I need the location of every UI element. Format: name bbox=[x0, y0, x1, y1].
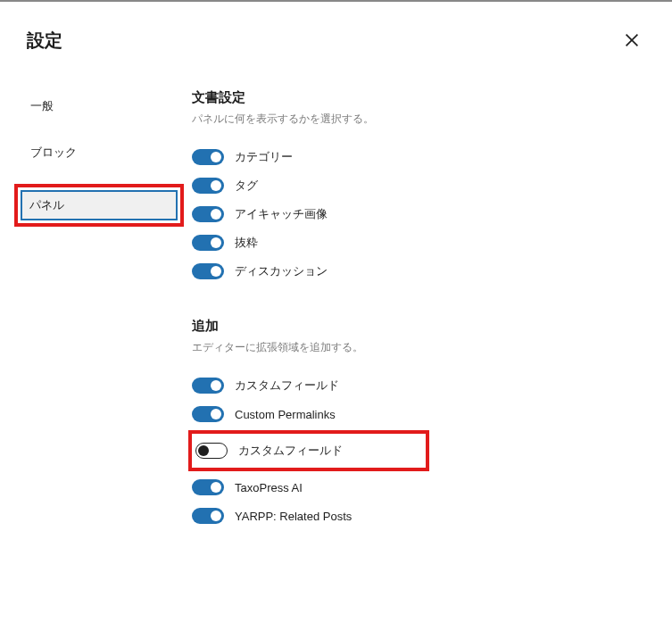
toggle-label: TaxoPress AI bbox=[235, 481, 303, 494]
section-desc: エディターに拡張領域を追加する。 bbox=[192, 340, 645, 355]
toggle-label: カスタムフィールド bbox=[235, 378, 339, 394]
section-document: 文書設定 パネルに何を表示するかを選択する。 カテゴリー タグ アイキャッチ画像… bbox=[192, 89, 645, 286]
sidebar-item-general[interactable]: 一般 bbox=[27, 89, 178, 123]
toggle-label: Custom Permalinks bbox=[235, 408, 336, 421]
section-desc: パネルに何を表示するかを選択する。 bbox=[192, 112, 645, 127]
section-title: 文書設定 bbox=[192, 89, 645, 106]
toggle-row-taxopress: TaxoPress AI bbox=[192, 473, 645, 502]
toggle-tags[interactable] bbox=[192, 178, 224, 194]
toggle-custom-permalinks[interactable] bbox=[192, 406, 224, 422]
toggle-row-custom-fields-2: カスタムフィールド bbox=[188, 430, 429, 471]
toggle-featured-image[interactable] bbox=[192, 206, 224, 222]
toggle-row-custom-permalinks: Custom Permalinks bbox=[192, 400, 645, 428]
close-button[interactable] bbox=[618, 27, 645, 54]
section-additional: 追加 エディターに拡張領域を追加する。 カスタムフィールド Custom Per… bbox=[192, 318, 645, 530]
modal-header: 設定 bbox=[0, 2, 672, 54]
toggle-row-custom-fields-1: カスタムフィールド bbox=[192, 371, 645, 400]
toggle-label: カスタムフィールド bbox=[238, 443, 343, 459]
toggle-custom-fields-2[interactable] bbox=[195, 443, 228, 459]
sidebar-item-block[interactable]: ブロック bbox=[27, 136, 178, 170]
sidebar-item-label: パネル bbox=[21, 190, 178, 220]
toggle-taxopress[interactable] bbox=[192, 479, 224, 495]
toggle-row-tags: タグ bbox=[192, 171, 645, 200]
toggle-row-categories: カテゴリー bbox=[192, 143, 645, 171]
toggle-label: ディスカッション bbox=[235, 263, 328, 279]
toggle-excerpt[interactable] bbox=[192, 235, 224, 251]
sidebar: 一般 ブロック パネル bbox=[27, 89, 178, 562]
close-icon bbox=[622, 30, 642, 50]
toggle-label: タグ bbox=[235, 178, 258, 194]
toggle-discussion[interactable] bbox=[192, 263, 224, 279]
sidebar-item-label: 一般 bbox=[30, 99, 54, 112]
section-title: 追加 bbox=[192, 318, 645, 335]
toggle-categories[interactable] bbox=[192, 149, 224, 165]
toggle-row-discussion: ディスカッション bbox=[192, 257, 645, 286]
modal-content: 一般 ブロック パネル 文書設定 パネルに何を表示するかを選択する。 カテゴリー… bbox=[0, 89, 672, 562]
main-panel: 文書設定 パネルに何を表示するかを選択する。 カテゴリー タグ アイキャッチ画像… bbox=[178, 89, 645, 562]
toggle-row-featured-image: アイキャッチ画像 bbox=[192, 200, 645, 228]
toggle-custom-fields-1[interactable] bbox=[192, 378, 224, 394]
toggle-label: 抜粋 bbox=[235, 235, 258, 251]
sidebar-item-panel[interactable]: パネル bbox=[14, 184, 184, 227]
toggle-row-yarpp: YARPP: Related Posts bbox=[192, 502, 645, 530]
sidebar-item-label: ブロック bbox=[30, 145, 77, 159]
toggle-label: YARPP: Related Posts bbox=[235, 510, 352, 523]
toggle-label: カテゴリー bbox=[235, 149, 293, 165]
toggle-yarpp[interactable] bbox=[192, 508, 224, 524]
toggle-label: アイキャッチ画像 bbox=[235, 206, 328, 222]
toggle-row-excerpt: 抜粋 bbox=[192, 228, 645, 257]
modal-title: 設定 bbox=[27, 29, 62, 53]
